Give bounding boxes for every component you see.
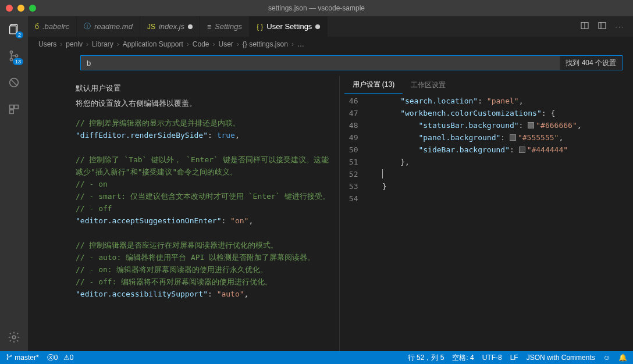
settings-search-row: 找到 404 个设置 [80, 55, 623, 70]
git-branch-status[interactable]: master* [6, 354, 39, 362]
extensions-icon[interactable] [6, 101, 22, 117]
settings-search-count: 找到 404 个设置 [560, 56, 622, 70]
breadcrumb-segment[interactable]: … [297, 40, 304, 48]
settings-scope-tab[interactable]: 工作区设置 [403, 76, 454, 94]
tab-label: Settings [215, 22, 242, 31]
notifications-bell-icon[interactable]: 🔔 [618, 354, 627, 362]
svg-rect-11 [599, 23, 606, 29]
breadcrumb-segment[interactable]: Library [92, 40, 113, 48]
default-settings-code[interactable]: // 控制差异编辑器的显示方式是并排还是内联。"diffEditor.rende… [76, 117, 333, 300]
svg-point-12 [7, 355, 8, 356]
svg-point-2 [10, 51, 12, 53]
tab-user-settings[interactable]: { }User Settings [250, 16, 328, 37]
explorer-icon[interactable]: 2 [6, 21, 22, 37]
svg-rect-6 [10, 105, 13, 109]
breadcrumb-segment[interactable]: Code [193, 40, 209, 48]
chevron-right-icon: › [60, 40, 62, 48]
breadcrumb-segment[interactable]: penlv [66, 40, 83, 48]
minimize-window-button[interactable] [17, 5, 24, 12]
file-type-icon: JS [147, 23, 155, 31]
dirty-indicator-icon [315, 24, 320, 29]
more-icon[interactable]: ··· [615, 22, 625, 31]
svg-rect-7 [15, 105, 18, 109]
maximize-window-button[interactable] [29, 5, 36, 12]
statusbar: master* ⓧ0 ⚠0 行 52，列 5 空格: 4 UTF-8 LF JS… [0, 351, 633, 364]
user-settings-pane: 用户设置 (13)工作区设置 464748495051525354 "searc… [339, 76, 634, 351]
breadcrumb-segment[interactable]: User [218, 40, 233, 48]
cursor-position-status[interactable]: 行 52，列 5 [408, 353, 444, 363]
chevron-right-icon: › [237, 40, 239, 48]
breadcrumb-segment[interactable]: {} settings.json [243, 40, 288, 48]
file-type-icon: ≡ [207, 23, 211, 31]
traffic-lights [0, 5, 36, 12]
user-settings-code[interactable]: 464748495051525354 "search.location": "p… [340, 94, 634, 351]
language-mode-status[interactable]: JSON with Comments [527, 354, 595, 362]
tabs-row: б.babelrcⓘreadme.mdJSindex.js≡Settings{ … [28, 16, 633, 37]
breadcrumb-segment[interactable]: Users [38, 40, 56, 48]
split-editor-icon[interactable] [580, 21, 589, 32]
svg-point-3 [10, 58, 12, 60]
chevron-right-icon: › [117, 40, 119, 48]
file-type-icon: { } [257, 23, 263, 31]
line-number-gutter: 464748495051525354 [340, 95, 364, 351]
activity-bar: 2 13 [0, 16, 28, 351]
svg-rect-8 [10, 110, 13, 113]
chevron-right-icon: › [212, 40, 215, 48]
settings-gear-icon[interactable] [6, 329, 22, 345]
explorer-badge: 2 [16, 31, 23, 38]
window-title: settings.json — vscode-sample [268, 4, 365, 12]
default-settings-pane: 默认用户设置 将您的设置放入右侧编辑器以覆盖。 // 控制差异编辑器的显示方式是… [28, 76, 339, 351]
breadcrumb-segment[interactable]: Application Support [123, 40, 183, 48]
tab--babelrc[interactable]: б.babelrc [28, 16, 77, 37]
settings-scope-tabs: 用户设置 (13)工作区设置 [340, 76, 634, 94]
tab-label: index.js [159, 22, 184, 31]
tab-settings[interactable]: ≡Settings [200, 16, 250, 37]
chevron-right-icon: › [86, 40, 88, 48]
file-type-icon: б [35, 23, 39, 31]
source-control-icon[interactable]: 13 [6, 48, 22, 64]
settings-scope-tab[interactable]: 用户设置 (13) [344, 76, 403, 94]
tab-label: User Settings [266, 22, 312, 31]
titlebar: settings.json — vscode-sample [0, 0, 633, 16]
svg-rect-1 [10, 26, 16, 34]
layout-icon[interactable] [598, 21, 607, 32]
scm-badge: 13 [13, 58, 23, 65]
feedback-smiley-icon[interactable]: ☺ [603, 354, 610, 362]
svg-point-4 [16, 55, 18, 57]
debug-disabled-icon[interactable] [6, 74, 22, 91]
default-settings-title: 默认用户设置 [76, 83, 333, 94]
chevron-right-icon: › [291, 40, 294, 48]
svg-point-9 [12, 336, 16, 339]
breadcrumbs[interactable]: Users›penlv›Library›Application Support›… [28, 37, 633, 52]
tab-label: readme.md [94, 22, 133, 31]
default-settings-desc: 将您的设置放入右侧编辑器以覆盖。 [76, 98, 333, 109]
settings-search-input[interactable] [81, 59, 560, 67]
eol-status[interactable]: LF [510, 354, 518, 362]
tab-label: .babelrc [42, 22, 69, 31]
svg-point-13 [7, 359, 8, 360]
problems-status[interactable]: ⓧ0 ⚠0 [47, 353, 74, 363]
tab-readme-md[interactable]: ⓘreadme.md [77, 16, 140, 37]
dirty-indicator-icon [188, 24, 193, 29]
file-type-icon: ⓘ [84, 22, 91, 31]
encoding-status[interactable]: UTF-8 [482, 354, 502, 362]
tab-index-js[interactable]: JSindex.js [140, 16, 200, 37]
close-window-button[interactable] [6, 5, 13, 12]
chevron-right-icon: › [187, 40, 189, 48]
indentation-status[interactable]: 空格: 4 [452, 353, 474, 363]
